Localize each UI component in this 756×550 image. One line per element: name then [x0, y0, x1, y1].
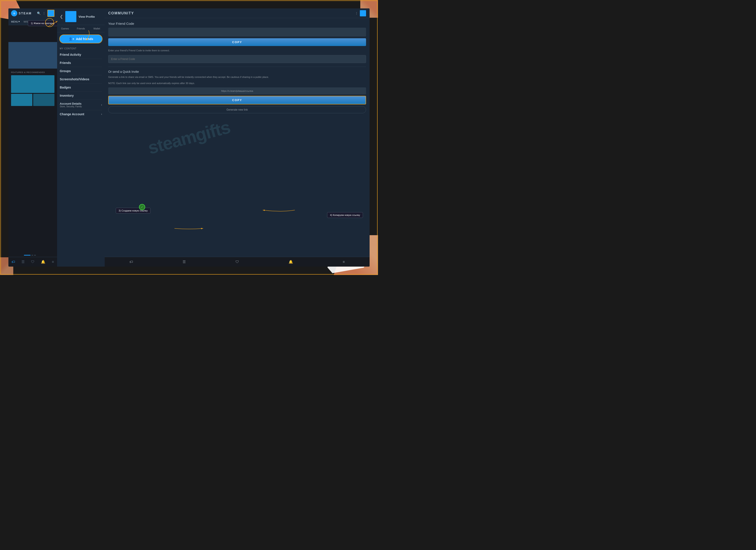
view-profile-button[interactable]: View Profile: [79, 15, 95, 18]
tag-icon[interactable]: 🏷: [12, 260, 15, 264]
invite-link-text: https://s.team/p/ваша/ссылка: [111, 90, 363, 92]
progress-dot-active: [24, 255, 31, 256]
progress-dot-2: [34, 255, 36, 256]
callout-3: 3) Создаем новую ссылку: [116, 208, 150, 214]
profile-tabs: Games Friends Wallet: [57, 25, 105, 32]
tab-friends[interactable]: Friends: [73, 25, 89, 32]
menu-items: Friend Activity Friends Groups Screensho…: [57, 51, 105, 118]
avatar[interactable]: [47, 10, 54, 17]
profile-avatar: [65, 11, 76, 22]
chevron-right-icon-2: ›: [101, 113, 102, 116]
promo-banner: [8, 42, 57, 69]
tab-wallet[interactable]: Wallet: [89, 25, 105, 32]
shield-icon-right[interactable]: 🛡: [235, 260, 239, 264]
main-container: ⊙ STEAM 🔍 ⋮ MENU ▾ WISHLIST WALLET 1) Жм…: [8, 8, 370, 267]
steam-icon: ⊙: [11, 10, 17, 16]
featured-title: FEATURED & RECOMMENDED: [11, 71, 54, 73]
bottom-nav-left: 🏷 ☰ 🛡 🔔 ≡: [8, 257, 57, 267]
bell-icon-right[interactable]: 🔔: [289, 260, 293, 264]
menu-item-change-account[interactable]: Change Account ›: [60, 110, 102, 118]
menu-item-groups[interactable]: Groups: [60, 67, 102, 75]
community-header: COMMUNITY ⋮: [105, 8, 370, 18]
panel-left: ⊙ STEAM 🔍 ⋮ MENU ▾ WISHLIST WALLET 1) Жм…: [8, 8, 57, 267]
bottom-nav-right: 🏷 ☰ 🛡 🔔 ≡: [105, 257, 370, 267]
bell-icon[interactable]: 🔔: [41, 260, 45, 264]
friend-code-desc: Enter your friend's Friend Code to invit…: [108, 49, 366, 52]
quick-invite-desc: Generate a link to share via email or SM…: [108, 75, 366, 79]
callout-1: 1) Жмем на аватарку: [28, 20, 57, 26]
menu-item-screenshots[interactable]: Screenshots/Videos: [60, 75, 102, 83]
profile-header: ❮ View Profile: [57, 8, 105, 25]
progress-dot-1: [31, 255, 33, 256]
add-friend-icon: 👤+: [69, 37, 74, 41]
shield-icon[interactable]: 🛡: [31, 260, 35, 264]
search-icon[interactable]: 🔍: [37, 12, 41, 15]
steam-title: STEAM: [19, 12, 32, 15]
callout-4: 4) Копируем новую ссылку: [327, 212, 363, 218]
featured-thumb-1[interactable]: [11, 94, 32, 106]
generate-link-button[interactable]: Generate new link: [108, 106, 366, 113]
tag-icon-right[interactable]: 🏷: [129, 260, 133, 264]
quick-invite-title: Or send a Quick Invite: [108, 70, 366, 73]
featured-thumb-2[interactable]: [33, 94, 54, 106]
nav-menu-item[interactable]: MENU ▾: [11, 20, 20, 23]
checkmark-icon: ✓: [139, 204, 145, 210]
invite-link-box: https://s.team/p/ваша/ссылка: [108, 87, 366, 95]
tab-games[interactable]: Games: [57, 25, 73, 32]
add-friends-button[interactable]: 👤+ Add friends: [59, 35, 102, 43]
featured-thumbs: [11, 94, 54, 106]
menu-icon-right[interactable]: ≡: [343, 260, 345, 264]
panel-right: COMMUNITY ⋮ Your Friend Code COPY Enter …: [105, 8, 370, 267]
chevron-right-icon: ›: [101, 103, 102, 106]
list-icon[interactable]: ☰: [21, 260, 25, 264]
steam-logo: ⊙ STEAM: [11, 10, 32, 16]
featured-main-image: [11, 75, 54, 93]
menu-item-badges[interactable]: Badges: [60, 83, 102, 92]
copy-button-1[interactable]: COPY: [108, 38, 366, 46]
header-actions: 🔍 ⋮: [37, 10, 54, 17]
featured-images: [11, 75, 54, 106]
panel-middle: ❮ View Profile Games Friends Wallet 👤+ A…: [57, 8, 105, 267]
menu-item-friends[interactable]: Friends: [60, 59, 102, 67]
more-options-icon[interactable]: ⋮: [42, 12, 46, 15]
friend-code-title: Your Friend Code: [108, 22, 366, 25]
menu-item-account[interactable]: Account Details Store, Security, Family …: [60, 100, 102, 110]
menu-item-inventory[interactable]: Inventory: [60, 92, 102, 100]
community-title: COMMUNITY: [108, 11, 134, 15]
back-arrow-icon[interactable]: ❮: [60, 14, 63, 19]
community-avatar: [360, 10, 366, 16]
progress-dots: [24, 255, 36, 256]
community-content: Your Friend Code COPY Enter your friend'…: [105, 18, 370, 124]
list-icon-right[interactable]: ☰: [183, 260, 186, 264]
featured-section: FEATURED & RECOMMENDED: [8, 69, 57, 109]
friend-code-input[interactable]: [108, 55, 366, 63]
divider: [108, 67, 366, 67]
menu-icon[interactable]: ≡: [52, 260, 54, 264]
more-options-icon-right[interactable]: ⋮: [355, 12, 358, 15]
note-text: NOTE: Each link can only be used once an…: [108, 81, 366, 85]
community-header-right: ⋮: [355, 10, 366, 16]
steam-header: ⊙ STEAM 🔍 ⋮: [8, 8, 57, 18]
my-content-label: MY CONTENT: [57, 46, 105, 51]
menu-item-friend-activity[interactable]: Friend Activity: [60, 51, 102, 59]
copy-button-2[interactable]: COPY: [108, 96, 366, 104]
friend-code-box: [108, 28, 366, 37]
